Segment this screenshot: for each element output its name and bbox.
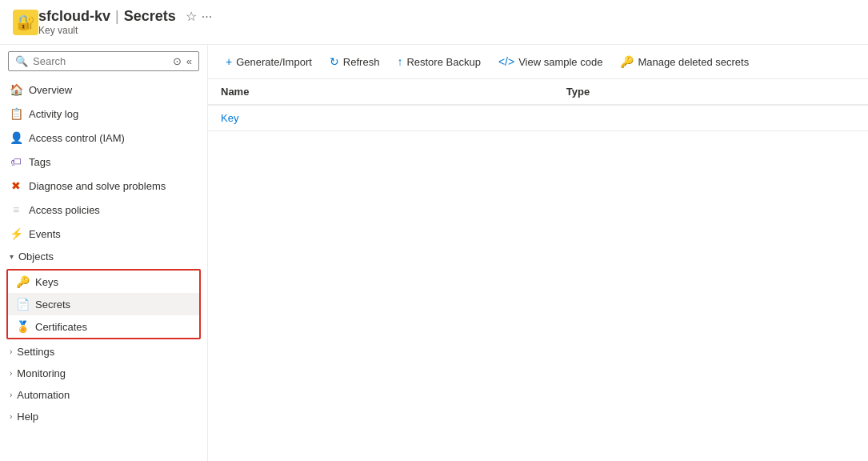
restore-backup-icon: ↑: [397, 55, 402, 68]
monitoring-section-label: Monitoring: [17, 367, 66, 379]
main-layout: 🔍 ⊙ « 🏠 Overview 📋 Activity log 👤 Access…: [0, 45, 868, 461]
certificates-icon: 🏅: [16, 320, 29, 333]
sidebar: 🔍 ⊙ « 🏠 Overview 📋 Activity log 👤 Access…: [0, 45, 208, 461]
sidebar-label-overview: Overview: [29, 84, 198, 96]
search-icon: 🔍: [15, 55, 28, 67]
header-separator: |: [115, 8, 119, 25]
restore-backup-button[interactable]: ↑ Restore Backup: [389, 51, 489, 72]
manage-deleted-secrets-icon: 🔑: [620, 55, 634, 68]
settings-chevron-icon: ›: [10, 347, 12, 356]
sidebar-label-activity-log: Activity log: [29, 108, 198, 120]
search-actions: ⊙ «: [173, 55, 192, 67]
view-sample-code-icon: </>: [498, 55, 514, 68]
resource-subtitle: Key vault: [38, 25, 212, 36]
content-inner: Name Type Key: [208, 79, 868, 461]
settings-section-label: Settings: [17, 346, 54, 358]
view-sample-code-label: View sample code: [518, 56, 602, 68]
sidebar-item-diagnose[interactable]: ✖ Diagnose and solve problems: [0, 174, 207, 198]
access-control-icon: 👤: [10, 131, 22, 144]
table-row[interactable]: Key: [208, 105, 868, 131]
secrets-icon: 📄: [16, 298, 29, 311]
sidebar-label-keys: Keys: [35, 276, 191, 288]
settings-section-header[interactable]: › Settings: [0, 341, 207, 363]
refresh-label: Refresh: [343, 56, 380, 68]
sidebar-label-access-control: Access control (IAM): [29, 132, 198, 144]
generate-import-label: Generate/Import: [236, 56, 312, 68]
sidebar-label-tags: Tags: [29, 156, 198, 168]
diagnose-icon: ✖: [10, 179, 22, 192]
key-vault-icon: 🔐: [13, 10, 38, 35]
monitoring-section-header[interactable]: › Monitoring: [0, 363, 207, 384]
content-toolbar: + Generate/Import ↻ Refresh ↑ Restore Ba…: [208, 45, 868, 79]
automation-section-label: Automation: [17, 389, 70, 401]
collapse-icon[interactable]: «: [186, 55, 192, 67]
sidebar-label-diagnose: Diagnose and solve problems: [29, 180, 198, 192]
sidebar-label-certificates: Certificates: [35, 321, 191, 333]
help-section-header[interactable]: › Help: [0, 406, 207, 427]
monitoring-chevron-icon: ›: [10, 369, 12, 378]
refresh-button[interactable]: ↻ Refresh: [322, 51, 388, 72]
automation-chevron-icon: ›: [10, 391, 12, 399]
refresh-icon: ↻: [330, 55, 339, 68]
view-sample-code-button[interactable]: </> View sample code: [490, 51, 611, 72]
manage-deleted-secrets-button[interactable]: 🔑 Manage deleted secrets: [612, 51, 757, 72]
help-section-label: Help: [17, 411, 38, 423]
table-header-type: Type: [554, 79, 868, 105]
secrets-table: Name Type Key: [208, 79, 868, 131]
access-policies-icon: ≡: [10, 203, 22, 216]
table-cell-name: Key: [208, 105, 554, 131]
sidebar-item-events[interactable]: ⚡ Events: [0, 222, 207, 246]
more-options-icon[interactable]: ···: [202, 10, 212, 24]
search-container: 🔍 ⊙ «: [8, 51, 199, 71]
filter-icon[interactable]: ⊙: [173, 55, 182, 67]
main-content: + Generate/Import ↻ Refresh ↑ Restore Ba…: [208, 45, 868, 461]
events-icon: ⚡: [10, 227, 22, 240]
sidebar-item-overview[interactable]: 🏠 Overview: [0, 78, 207, 102]
sidebar-nav: 🏠 Overview 📋 Activity log 👤 Access contr…: [0, 78, 207, 427]
automation-section-header[interactable]: › Automation: [0, 384, 207, 406]
sidebar-item-certificates[interactable]: 🏅 Certificates: [8, 315, 199, 338]
page-header: 🔐 sfcloud-kv | Secrets ☆ ··· Key vault: [0, 0, 868, 45]
manage-deleted-secrets-label: Manage deleted secrets: [638, 56, 749, 68]
keys-icon: 🔑: [16, 275, 29, 288]
table-cell-type: [554, 105, 868, 131]
sidebar-item-keys[interactable]: 🔑 Keys: [8, 271, 199, 293]
sidebar-item-access-policies[interactable]: ≡ Access policies: [0, 198, 207, 222]
favorite-icon[interactable]: ☆: [186, 9, 197, 24]
generate-import-button[interactable]: + Generate/Import: [218, 51, 320, 72]
objects-chevron-icon: ▾: [10, 252, 14, 261]
header-title-group: sfcloud-kv | Secrets ☆ ··· Key vault: [38, 8, 212, 36]
sidebar-item-activity-log[interactable]: 📋 Activity log: [0, 102, 207, 126]
generate-import-icon: +: [226, 55, 232, 68]
page-title: Secrets: [124, 8, 176, 25]
activity-log-icon: 📋: [10, 107, 22, 120]
restore-backup-label: Restore Backup: [406, 56, 481, 68]
resource-name: sfcloud-kv: [38, 8, 110, 25]
objects-section-label: Objects: [18, 251, 54, 263]
help-chevron-icon: ›: [10, 412, 12, 421]
overview-icon: 🏠: [10, 83, 22, 96]
search-input[interactable]: [33, 55, 168, 67]
tags-icon: 🏷: [10, 155, 22, 168]
sidebar-label-access-policies: Access policies: [29, 204, 198, 216]
table-header-name: Name: [208, 79, 554, 105]
sidebar-label-secrets: Secrets: [35, 299, 191, 311]
sidebar-item-access-control[interactable]: 👤 Access control (IAM): [0, 126, 207, 150]
sidebar-label-events: Events: [29, 228, 198, 240]
objects-group: 🔑 Keys 📄 Secrets 🏅 Certificates: [6, 269, 201, 339]
sidebar-item-secrets[interactable]: 📄 Secrets: [8, 293, 199, 315]
sidebar-item-tags[interactable]: 🏷 Tags: [0, 150, 207, 174]
objects-section-header[interactable]: ▾ Objects: [0, 246, 207, 267]
